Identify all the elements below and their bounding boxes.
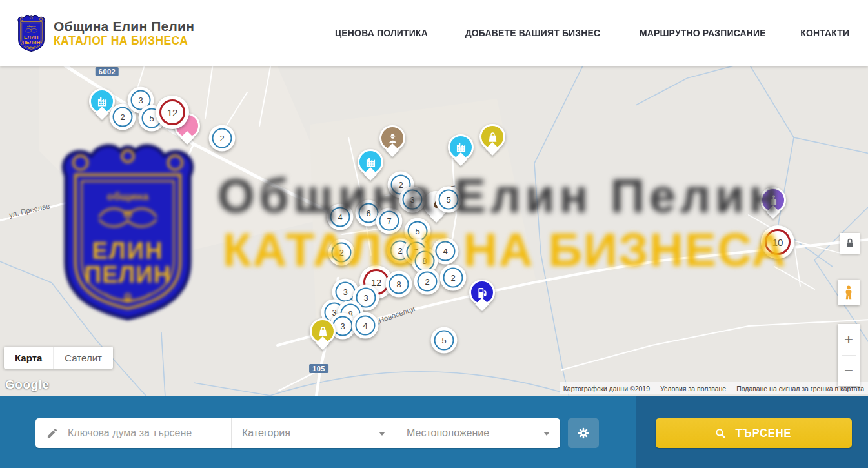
nav-item[interactable]: КОНТАКТИ xyxy=(800,27,849,39)
street-view-pegman-button[interactable] xyxy=(838,280,860,305)
cluster-count: 5 xyxy=(434,331,454,351)
watermark-title: Община Елин Пелин xyxy=(217,172,782,220)
cluster-marker[interactable]: 2 xyxy=(209,125,236,152)
keyword-section xyxy=(35,418,231,448)
cluster-count: 12 xyxy=(159,99,185,125)
map-canvas[interactable]: 6002105ул. Преславбул. „Новоселциции 235… xyxy=(0,66,868,396)
bag-pin-marker[interactable] xyxy=(479,124,505,150)
worker-pin-marker[interactable] xyxy=(379,125,405,151)
category-dropdown-value: Категория xyxy=(242,427,290,439)
attribution-link[interactable]: Условия за ползване xyxy=(660,385,726,392)
factory-icon xyxy=(96,95,109,108)
scroll-lock-button[interactable] xyxy=(840,233,860,254)
search-button[interactable]: ТЪРСЕНЕ xyxy=(656,418,852,448)
map-data-copyright: Картографски данни ©2019 xyxy=(563,385,650,392)
brand[interactable]: Община Елин Пелин КАТАЛОГ НА БИЗНЕСА xyxy=(16,12,194,54)
main-nav: ЦЕНОВА ПОЛИТИКАДОБАВЕТЕ ВАШИЯТ БИЗНЕСМАР… xyxy=(330,27,852,39)
factory-icon xyxy=(454,141,468,154)
chevron-down-icon xyxy=(379,432,385,436)
lock-icon xyxy=(843,236,857,250)
nav-item[interactable]: ЦЕНОВА ПОЛИТИКА xyxy=(335,27,428,39)
location-dropdown-value: Местоположение xyxy=(407,427,489,439)
cluster-marker[interactable]: 4 xyxy=(352,312,379,339)
header: Община Елин Пелин КАТАЛОГ НА БИЗНЕСА ЦЕН… xyxy=(0,0,868,66)
zoom-in-button[interactable]: + xyxy=(838,324,860,355)
location-dropdown[interactable]: Местоположение xyxy=(396,418,560,448)
watermark-crest xyxy=(54,136,201,322)
brand-subtitle: КАТАЛОГ НА БИЗНЕСА xyxy=(54,34,194,47)
zoom-out-button[interactable]: − xyxy=(838,356,860,387)
cluster-count: 3 xyxy=(333,316,353,336)
advanced-search-button[interactable] xyxy=(568,418,599,448)
road-number-label: 105 xyxy=(309,364,328,373)
nav-item[interactable]: ДОБАВЕТЕ ВАШИЯТ БИЗНЕС xyxy=(465,27,601,39)
category-dropdown[interactable]: Категория xyxy=(231,418,396,448)
cluster-count: 8 xyxy=(389,274,409,294)
gear-icon xyxy=(576,426,590,440)
zoom-control: + − xyxy=(838,324,860,386)
nav-item[interactable]: МАРШРУТНО РАЗПИСАНИЕ xyxy=(640,27,766,39)
pegman-icon xyxy=(840,283,857,302)
cluster-count: 2 xyxy=(212,128,232,148)
chevron-down-icon xyxy=(543,432,550,436)
search-bar: Категория Местоположение ТЪРСЕНЕ xyxy=(0,396,868,468)
bag-icon xyxy=(486,130,500,144)
cluster-marker[interactable]: 12 xyxy=(156,96,189,129)
bag-pin-marker[interactable] xyxy=(310,318,336,344)
bag-icon xyxy=(316,325,330,338)
cluster-count: 4 xyxy=(356,316,376,336)
fuel-pin-marker[interactable] xyxy=(469,280,495,305)
cluster-count: 2 xyxy=(113,107,133,127)
keyword-input[interactable] xyxy=(66,427,222,440)
cluster-marker[interactable]: 5 xyxy=(431,327,458,354)
road-number-label: 6002 xyxy=(96,67,119,76)
search-icon xyxy=(714,427,727,440)
map-type-control: Карта Сателит xyxy=(4,347,113,369)
brand-title: Община Елин Пелин xyxy=(54,19,194,34)
pencil-icon xyxy=(46,427,59,440)
map-type-map-button[interactable]: Карта xyxy=(4,347,53,369)
watermark-subtitle: КАТАЛОГ НА БИЗНЕСА xyxy=(223,226,787,273)
factory-pin-marker[interactable] xyxy=(448,134,474,160)
worker-icon xyxy=(386,132,399,145)
municipality-crest-logo xyxy=(16,12,46,54)
map-attribution: Картографски данни ©2019Условия за ползв… xyxy=(560,382,868,394)
google-logo[interactable]: Google xyxy=(5,378,49,392)
search-button-label: ТЪРСЕНЕ xyxy=(736,427,792,440)
fuel-icon xyxy=(476,286,489,300)
map-type-satellite-button[interactable]: Сателит xyxy=(53,347,113,369)
factory-icon xyxy=(364,156,378,169)
search-input-group: Категория Местоположение xyxy=(35,418,560,448)
